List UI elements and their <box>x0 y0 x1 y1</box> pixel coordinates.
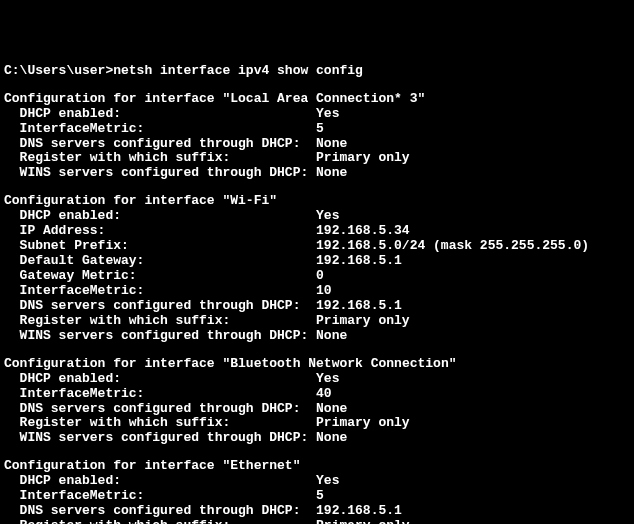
section-header-suffix: " <box>449 357 457 372</box>
config-label: WINS servers configured through DHCP: <box>20 329 316 344</box>
config-label: Register with which suffix: <box>20 151 316 166</box>
config-value: None <box>316 329 347 344</box>
section-header-suffix: " <box>269 194 277 209</box>
config-row: DHCP enabled:Yes <box>4 372 630 387</box>
config-value: 40 <box>316 387 332 402</box>
config-row: DNS servers configured through DHCP:None <box>4 402 630 417</box>
config-label: Register with which suffix: <box>20 314 316 329</box>
terminal[interactable]: C:\Users\user>netsh interface ipv4 show … <box>4 64 630 524</box>
config-value: 192.168.5.1 <box>316 299 402 314</box>
section-name: Bluetooth Network Connection <box>230 357 448 372</box>
config-value: None <box>316 431 347 446</box>
config-row: WINS servers configured through DHCP:Non… <box>4 166 630 181</box>
config-value: 0 <box>316 269 324 284</box>
config-value: Primary only <box>316 519 410 524</box>
config-value: 192.168.5.0/24 (mask 255.255.255.0) <box>316 239 589 254</box>
config-value: 5 <box>316 122 324 137</box>
config-label: Subnet Prefix: <box>20 239 316 254</box>
config-row: Register with which suffix:Primary only <box>4 519 630 524</box>
config-label: IP Address: <box>20 224 316 239</box>
config-label: DNS servers configured through DHCP: <box>20 137 316 152</box>
config-row: DNS servers configured through DHCP:192.… <box>4 504 630 519</box>
config-row: Register with which suffix:Primary only <box>4 151 630 166</box>
config-row: DHCP enabled:Yes <box>4 107 630 122</box>
config-value: Primary only <box>316 151 410 166</box>
config-row: DNS servers configured through DHCP:None <box>4 137 630 152</box>
config-value: Yes <box>316 209 339 224</box>
config-label: InterfaceMetric: <box>20 122 316 137</box>
config-label: DHCP enabled: <box>20 107 316 122</box>
section-header-prefix: Configuration for interface " <box>4 357 230 372</box>
config-row: Register with which suffix:Primary only <box>4 416 630 431</box>
config-label: DNS servers configured through DHCP: <box>20 299 316 314</box>
config-label: Gateway Metric: <box>20 269 316 284</box>
config-row: DHCP enabled:Yes <box>4 209 630 224</box>
config-row: DNS servers configured through DHCP:192.… <box>4 299 630 314</box>
config-row: WINS servers configured through DHCP:Non… <box>4 329 630 344</box>
config-label: WINS servers configured through DHCP: <box>20 431 316 446</box>
config-row: WINS servers configured through DHCP:Non… <box>4 431 630 446</box>
config-label: DNS servers configured through DHCP: <box>20 402 316 417</box>
section-header-prefix: Configuration for interface " <box>4 92 230 107</box>
config-row: Register with which suffix:Primary only <box>4 314 630 329</box>
config-label: Register with which suffix: <box>20 416 316 431</box>
blank-line <box>4 344 630 357</box>
section-name: Ethernet <box>230 459 292 474</box>
config-value: Yes <box>316 474 339 489</box>
config-row: Default Gateway:192.168.5.1 <box>4 254 630 269</box>
config-label: DHCP enabled: <box>20 209 316 224</box>
config-value: 192.168.5.34 <box>316 224 410 239</box>
config-value: 5 <box>316 489 324 504</box>
config-value: Primary only <box>316 314 410 329</box>
section-header: Configuration for interface "Bluetooth N… <box>4 357 630 372</box>
config-row: DHCP enabled:Yes <box>4 474 630 489</box>
config-value: None <box>316 402 347 417</box>
blank-line <box>4 79 630 92</box>
config-label: InterfaceMetric: <box>20 489 316 504</box>
section-name: Local Area Connection* 3 <box>230 92 417 107</box>
config-row: InterfaceMetric:40 <box>4 387 630 402</box>
config-label: DHCP enabled: <box>20 474 316 489</box>
section-header: Configuration for interface "Local Area … <box>4 92 630 107</box>
config-label: Default Gateway: <box>20 254 316 269</box>
config-row: Gateway Metric:0 <box>4 269 630 284</box>
config-label: DHCP enabled: <box>20 372 316 387</box>
config-label: DNS servers configured through DHCP: <box>20 504 316 519</box>
prompt-path: C:\Users\user> <box>4 64 113 79</box>
section-header-prefix: Configuration for interface " <box>4 459 230 474</box>
section-header-prefix: Configuration for interface " <box>4 194 230 209</box>
section-header: Configuration for interface "Wi-Fi" <box>4 194 630 209</box>
config-value: 10 <box>316 284 332 299</box>
config-value: Yes <box>316 107 339 122</box>
config-value: None <box>316 166 347 181</box>
prompt-line[interactable]: C:\Users\user>netsh interface ipv4 show … <box>4 64 630 79</box>
section-header: Configuration for interface "Ethernet" <box>4 459 630 474</box>
config-value: 192.168.5.1 <box>316 254 402 269</box>
section-header-suffix: " <box>293 459 301 474</box>
config-label: Register with which suffix: <box>20 519 316 524</box>
section-header-suffix: " <box>417 92 425 107</box>
config-row: Subnet Prefix:192.168.5.0/24 (mask 255.2… <box>4 239 630 254</box>
config-value: 192.168.5.1 <box>316 504 402 519</box>
config-label: InterfaceMetric: <box>20 387 316 402</box>
config-label: WINS servers configured through DHCP: <box>20 166 316 181</box>
config-value: Yes <box>316 372 339 387</box>
section-name: Wi-Fi <box>230 194 269 209</box>
config-value: None <box>316 137 347 152</box>
config-row: InterfaceMetric:5 <box>4 122 630 137</box>
config-row: InterfaceMetric:10 <box>4 284 630 299</box>
config-value: Primary only <box>316 416 410 431</box>
config-row: InterfaceMetric:5 <box>4 489 630 504</box>
prompt-command: netsh interface ipv4 show config <box>113 64 363 79</box>
config-row: IP Address:192.168.5.34 <box>4 224 630 239</box>
config-label: InterfaceMetric: <box>20 284 316 299</box>
